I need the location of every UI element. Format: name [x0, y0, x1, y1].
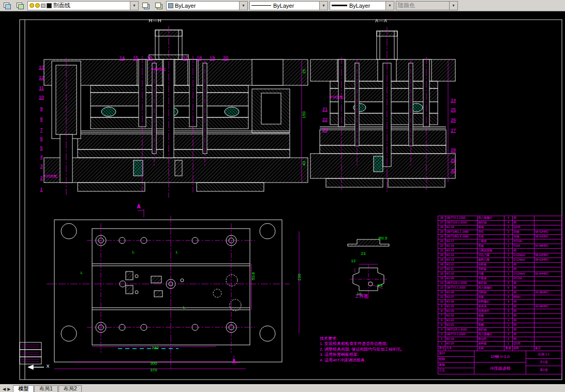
bom-row: 8MJ-04连接推杆345	[438, 309, 562, 314]
bom-row: 20MJ-14冲孔凸模2Cr12MoV58-62HRC	[438, 253, 562, 258]
layers-icon	[17, 3, 24, 9]
sun-icon[interactable]	[35, 3, 40, 8]
lineweight-dropdown[interactable]: ByLayer ▼	[330, 1, 394, 10]
lock-icon[interactable]	[41, 4, 46, 8]
bom-row: 5MJ-01垫圈145	[438, 323, 562, 328]
toolbar: 剖面线 ▼ ByLayer ▼ ByLayer ▼ ByLayer ▼ 随颜色 …	[0, 0, 565, 11]
parts-list-table: 28GB/T70.1-2000内六角螺钉43527GB/T119.1-2000圆…	[438, 216, 562, 351]
title-block-field: 校核	[438, 357, 474, 363]
plotstyle-dropdown: 随颜色 ▼	[396, 1, 458, 10]
layer-manager-button[interactable]	[14, 1, 26, 11]
tech-note-line: 3. 适用矩形钢板模架;	[320, 352, 403, 357]
parts-list: 28GB/T70.1-2000内六角螺钉43527GB/T119.1-2000圆…	[438, 216, 562, 374]
lineweight-sample-icon	[332, 5, 347, 6]
chevron-down-icon: ▼	[449, 2, 457, 10]
make-current-icon	[142, 3, 150, 9]
tech-note-line: 1. 安装模具前检查零件是否符合图纸;	[320, 341, 403, 346]
plotstyle-value: 随颜色	[398, 2, 415, 9]
tab-next-icon[interactable]: ▶	[7, 387, 10, 391]
tab-prev-icon[interactable]: ◀	[3, 387, 6, 391]
bom-row: 15MJ-09下模座1HT200	[438, 277, 562, 281]
color-swatch	[168, 3, 173, 8]
linetype-value: ByLayer	[273, 3, 294, 9]
bom-row: 22MJ-16垫板1T10A54-58HRC	[438, 244, 562, 249]
title-block: 设计 校核 审核 工艺 10钢 t=1.0 冲压级进模 比例 1:1 共1张 第…	[438, 351, 562, 374]
chevron-down-icon[interactable]: ▼	[319, 2, 328, 10]
bom-row: 21MJ-15凸模固定板145	[438, 249, 562, 253]
bom-row: 19MJ-13落料凸模1Cr12MoV58-62HRC	[438, 258, 562, 263]
tab-model[interactable]: 模型	[13, 385, 34, 392]
bom-row: 4GB/T119.1-2000圆柱销235	[438, 328, 562, 333]
title-block-sheet: 第1张	[526, 366, 561, 374]
bom-row: 3GB/T70.1-2000内六角螺钉435	[438, 333, 562, 337]
bom-row: 12MJ-08挡料销14543-48HRC	[438, 291, 562, 295]
layout-tab-bar: ◀ ▶ 模型 布局1 布局2	[0, 384, 565, 392]
lineweight-value: ByLayer	[349, 3, 370, 9]
tech-note-line: 4. 适用40T冲床调试模具.	[320, 358, 403, 363]
bom-row: 27GB/T119.1-2000圆柱销435	[438, 221, 562, 225]
linetype-dropdown[interactable]: ByLayer ▼	[249, 1, 328, 10]
linetype-sample-icon	[251, 5, 271, 6]
tab-layout2[interactable]: 布局2	[58, 385, 82, 392]
layer-properties-icon	[4, 3, 11, 9]
bom-row: 26MJ-18模柄1Q235	[438, 225, 562, 230]
tech-note-line: 2. 调整模具间隙, 保证间隙均匀后加工销钉孔;	[320, 347, 403, 352]
bom-row: 7MJ-03推板145	[438, 314, 562, 319]
title-block-scale: 比例 1:1	[526, 351, 561, 359]
drawing-canvas[interactable]: H—HA—AX131211109876543211415161718192021…	[0, 11, 565, 385]
chevron-down-icon[interactable]: ▼	[239, 2, 247, 10]
layer-previous-icon	[155, 3, 162, 9]
bom-row: 24GB/T2861.6-1990导套220钢58-62HRC	[438, 235, 562, 239]
bom-row: 13GB/T70.1-2000内六角螺钉635	[438, 286, 562, 291]
bom-row: 17MJ-11导料板245	[438, 267, 562, 272]
title-block-title: 冲压级进模	[474, 363, 526, 374]
bom-row: 16MJ-10凹模1Cr12MoV60-64HRC	[438, 272, 562, 277]
title-block-material: 10钢 t=1.0	[474, 351, 526, 363]
title-block-field: 设计	[438, 351, 474, 357]
bom-row: 6MJ-02打杆145	[438, 319, 562, 323]
color-value: ByLayer	[175, 3, 196, 9]
title-block-field: 工艺	[438, 368, 474, 374]
layer-color-swatch	[47, 3, 52, 8]
bom-row: 1MJ-20承料板1Q235	[438, 342, 562, 346]
chevron-down-icon[interactable]: ▼	[130, 2, 138, 10]
bom-row: 11MJ-07弹簧465Mn	[438, 295, 562, 300]
current-layer-name: 剖面线	[53, 2, 70, 9]
bom-row: 28GB/T70.1-2000内六角螺钉435	[438, 216, 562, 221]
bom-row: 9MJ-05推件块14543-48HRC	[438, 305, 562, 309]
tab-layout1[interactable]: 布局1	[34, 385, 58, 392]
bom-row: 23MJ-17上模座1HT200	[438, 239, 562, 244]
bom-row: 2MJ-19限位柱245	[438, 337, 562, 342]
tech-requirements-title: 技术要求:	[320, 336, 403, 341]
layer-dropdown[interactable]: 剖面线 ▼	[27, 1, 139, 10]
layer-properties-button[interactable]	[2, 1, 13, 11]
bom-row: 10MJ-06卸料螺钉445	[438, 300, 562, 305]
tech-requirements: 技术要求: 1. 安装模具前检查零件是否符合图纸; 2. 调整模具间隙, 保证间…	[320, 336, 403, 363]
title-block-sheet: 共1张	[526, 359, 561, 367]
bom-row: 25GB/T2861.1-1990导柱220钢58-62HRC	[438, 230, 562, 235]
bulb-icon[interactable]	[29, 3, 34, 8]
color-dropdown[interactable]: ByLayer ▼	[166, 1, 248, 10]
layer-previous-button[interactable]	[153, 1, 165, 11]
bom-row: 18MJ-12卸料板145	[438, 263, 562, 267]
bom-header-row: 序号代号名称数量材料备注	[438, 346, 562, 351]
make-object-layer-current-button[interactable]	[140, 1, 152, 11]
title-block-field: 审核	[438, 363, 474, 368]
chevron-down-icon[interactable]: ▼	[385, 2, 394, 10]
bom-row: 14GB/T119.1-2000圆柱销235	[438, 281, 562, 286]
